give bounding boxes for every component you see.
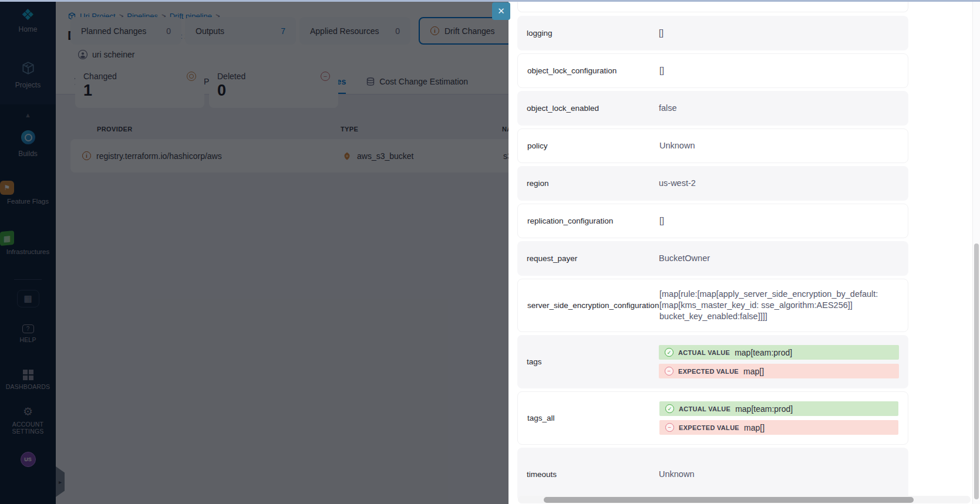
- attribute-row-clipped: [517, 0, 908, 12]
- attr-key: timeouts: [527, 470, 659, 479]
- attribute-row-replication-configuration: replication_configuration []: [517, 204, 908, 238]
- close-icon: ✕: [497, 6, 505, 16]
- actual-value: map[team:prod]: [735, 404, 793, 414]
- actual-value-label: ACTUAL VALUE: [678, 349, 730, 356]
- attr-key: request_payer: [527, 254, 659, 263]
- actual-value-label: ACTUAL VALUE: [679, 405, 730, 412]
- horizontal-scrollbar[interactable]: [518, 496, 971, 503]
- expected-value-bar: − EXPECTED VALUE map[]: [659, 364, 899, 378]
- drift-diff: ✓ ACTUAL VALUE map[team:prod] − EXPECTED…: [659, 345, 899, 378]
- horizontal-scrollbar-thumb[interactable]: [544, 497, 914, 503]
- attr-key: server_side_encryption_configuration: [527, 301, 659, 310]
- vertical-scrollbar[interactable]: [972, 0, 980, 504]
- attr-key: region: [527, 179, 659, 188]
- attr-key: tags: [527, 357, 659, 366]
- modal-dim-overlay[interactable]: [0, 0, 508, 504]
- top-accent-line: [0, 0, 980, 2]
- attribute-row-object-lock-enabled: object_lock_enabled false: [517, 91, 908, 126]
- attribute-row-tags-all: tags_all ✓ ACTUAL VALUE map[team:prod] −…: [517, 391, 908, 445]
- attr-key: replication_configuration: [527, 217, 659, 225]
- attribute-row-request-payer: request_payer BucketOwner: [517, 241, 908, 276]
- attr-value: false: [659, 103, 677, 114]
- attribute-row-region: region us-west-2: [517, 166, 908, 201]
- vertical-scrollbar-thumb[interactable]: [974, 243, 979, 499]
- expected-value: map[]: [744, 423, 765, 432]
- attr-key: object_lock_enabled: [527, 104, 659, 113]
- attr-value: [map[rule:[map[apply_server_side_encrypt…: [659, 289, 894, 322]
- attribute-row-server-side-encryption: server_side_encryption_configuration [ma…: [517, 279, 908, 332]
- attr-key: policy: [527, 141, 659, 150]
- attr-value: []: [659, 215, 664, 226]
- check-circle-icon: ✓: [665, 348, 673, 357]
- minus-circle-icon: −: [665, 423, 674, 432]
- attr-key: object_lock_configuration: [527, 66, 659, 75]
- check-circle-icon: ✓: [665, 404, 674, 413]
- app-window: ❖ Home Projects ▲ Builds ⚑ Feature Flags…: [0, 0, 980, 504]
- close-drawer-button[interactable]: ✕: [492, 2, 510, 20]
- expected-value-label: EXPECTED VALUE: [679, 424, 739, 431]
- attr-value: BucketOwner: [659, 253, 710, 264]
- attr-value: Unknown: [659, 140, 695, 151]
- attr-value: []: [659, 28, 664, 39]
- attribute-row-tags: tags ✓ ACTUAL VALUE map[team:prod] − EXP…: [517, 335, 908, 388]
- minus-circle-icon: −: [665, 367, 673, 376]
- actual-value-bar: ✓ ACTUAL VALUE map[team:prod]: [659, 401, 898, 416]
- attribute-row-policy: policy Unknown: [517, 128, 908, 163]
- attr-value: []: [659, 65, 664, 76]
- attr-value: Unknown: [659, 469, 694, 480]
- attribute-list: logging [] object_lock_configuration [] …: [517, 0, 908, 504]
- actual-value-bar: ✓ ACTUAL VALUE map[team:prod]: [659, 345, 899, 360]
- attribute-row-timeouts: timeouts Unknown: [517, 448, 908, 501]
- attr-key: tags_all: [527, 414, 659, 422]
- actual-value: map[team:prod]: [735, 348, 792, 357]
- expected-value-label: EXPECTED VALUE: [678, 368, 739, 375]
- attribute-row-logging: logging []: [517, 16, 908, 50]
- attribute-row-object-lock-configuration: object_lock_configuration []: [517, 53, 908, 88]
- expected-value-bar: − EXPECTED VALUE map[]: [659, 420, 898, 435]
- drift-diff: ✓ ACTUAL VALUE map[team:prod] − EXPECTED…: [659, 401, 898, 435]
- expected-value: map[]: [743, 367, 764, 376]
- resource-detail-drawer: logging [] object_lock_configuration [] …: [508, 0, 980, 504]
- attr-key: logging: [527, 29, 659, 38]
- attr-value: us-west-2: [659, 178, 696, 189]
